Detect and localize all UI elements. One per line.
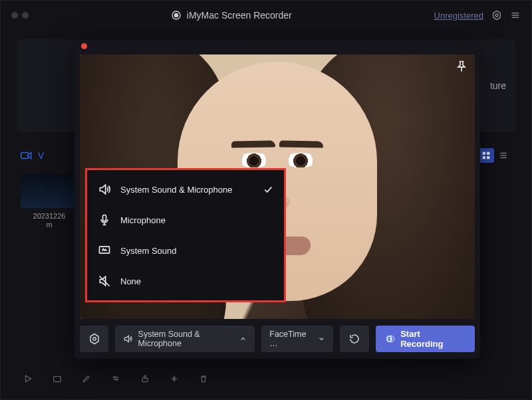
svg-point-26 <box>390 338 392 340</box>
settings-icon[interactable] <box>491 10 502 21</box>
svg-marker-2 <box>493 11 501 19</box>
grid-view-button[interactable] <box>478 148 494 163</box>
start-recording-button[interactable]: Start Recording <box>376 326 475 352</box>
record-icon <box>171 10 182 21</box>
unregistered-link[interactable]: Unregistered <box>434 11 483 21</box>
svg-rect-8 <box>483 152 485 155</box>
svg-rect-27 <box>103 215 106 221</box>
pin-icon[interactable] <box>455 60 468 73</box>
svg-rect-9 <box>487 152 489 155</box>
edit-icon[interactable] <box>82 374 91 383</box>
filter-icon[interactable] <box>111 374 120 383</box>
thumbnail-image <box>21 173 78 208</box>
audio-option-system-and-mic[interactable]: System Sound & Microphone <box>87 175 284 204</box>
speaker-icon <box>123 334 132 344</box>
chevron-up-icon <box>239 335 247 343</box>
svg-point-3 <box>495 14 498 17</box>
recorder-controls: System Sound & Microphone FaceTime … Sta… <box>74 319 480 359</box>
camera-select[interactable]: FaceTime … <box>261 326 333 352</box>
window-controls[interactable] <box>11 12 29 19</box>
mute-icon <box>98 274 111 288</box>
share-icon[interactable] <box>140 374 150 383</box>
system-sound-icon <box>98 244 111 257</box>
audio-source-label: System Sound & Microphone <box>138 330 235 348</box>
camcorder-icon <box>21 151 33 160</box>
audio-option-none[interactable]: None <box>87 266 284 296</box>
svg-marker-23 <box>90 334 98 344</box>
folder-icon[interactable] <box>53 374 62 383</box>
audio-source-menu: System Sound & Microphone Microphone Sys… <box>85 168 286 302</box>
check-icon <box>263 184 273 195</box>
svg-point-24 <box>92 338 96 341</box>
menu-item-label: None <box>120 276 141 286</box>
svg-rect-11 <box>487 156 489 159</box>
title-bar: iMyMac Screen Recorder Unregistered <box>1 1 531 30</box>
audio-option-microphone[interactable]: Microphone <box>87 205 284 235</box>
camera-select-label: FaceTime … <box>269 330 313 348</box>
list-view-button[interactable] <box>495 148 511 163</box>
start-recording-label: Start Recording <box>400 329 464 349</box>
svg-point-1 <box>174 13 178 17</box>
bottom-toolbar <box>23 374 208 383</box>
play-icon[interactable] <box>23 374 33 383</box>
view-toggle <box>478 148 511 163</box>
svg-rect-10 <box>483 156 485 159</box>
audio-option-system-sound[interactable]: System Sound <box>87 236 284 265</box>
svg-rect-7 <box>21 153 29 159</box>
minimize-dot[interactable] <box>22 12 29 19</box>
compress-icon[interactable] <box>170 374 179 383</box>
close-dot[interactable] <box>11 12 18 19</box>
menu-item-label: Microphone <box>120 215 166 225</box>
audio-source-select[interactable]: System Sound & Microphone <box>115 326 255 352</box>
hamburger-icon[interactable] <box>510 10 521 21</box>
thumbnail-label: 20231226 m <box>33 212 66 229</box>
recorder-titlebar <box>74 40 480 54</box>
trash-icon[interactable] <box>199 374 208 383</box>
chevron-down-icon <box>318 335 325 343</box>
svg-rect-16 <box>54 377 61 382</box>
recording-thumbnail[interactable]: 20231226 m <box>21 173 78 229</box>
svg-marker-15 <box>26 375 31 381</box>
menu-item-label: System Sound & Microphone <box>120 185 232 195</box>
recorder-settings-button[interactable] <box>80 326 108 352</box>
app-title: iMyMac Screen Recorder <box>29 10 434 21</box>
record-circle-icon <box>387 335 395 343</box>
menu-item-label: System Sound <box>120 246 177 256</box>
reset-button[interactable] <box>340 326 368 352</box>
microphone-icon <box>98 213 111 227</box>
app-title-text: iMyMac Screen Recorder <box>187 10 292 21</box>
mode-label: ture <box>490 80 506 91</box>
speaker-loud-icon <box>98 183 111 196</box>
recorder-close-dot[interactable] <box>81 43 87 49</box>
library-tab-label[interactable]: V <box>38 150 44 161</box>
